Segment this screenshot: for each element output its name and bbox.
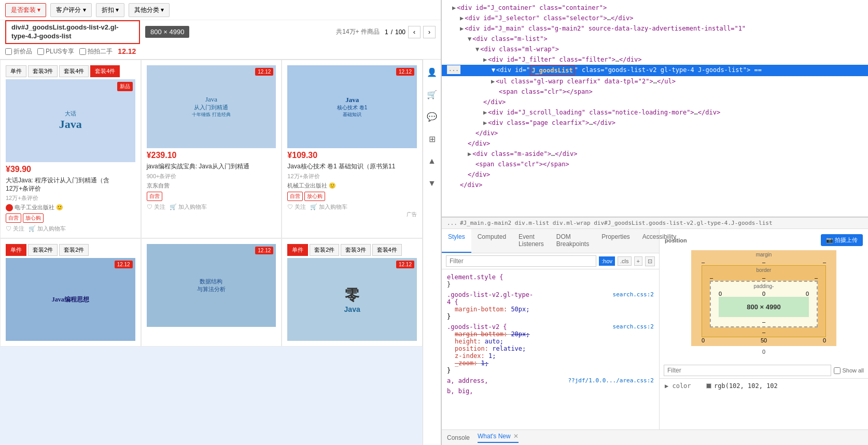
tab-dom-breakpoints[interactable]: DOM Breakpoints	[550, 229, 595, 253]
prod-tab-single-6[interactable]: 单件	[287, 244, 308, 256]
product-image-5: 数据结构 与算法分析 12.12	[147, 244, 276, 327]
arrow-1[interactable]: ▶	[460, 13, 464, 23]
user-icon[interactable]: 👤	[425, 65, 439, 79]
card-tabs-4: 单件 套装2件 套装2件	[6, 244, 135, 256]
prod-tab-2a-4[interactable]: 套装2件	[28, 244, 58, 256]
html-line-0: ▶ <div id="J_container" class="container…	[442, 3, 868, 13]
arrow-14[interactable]: ▶	[468, 149, 471, 159]
action-favorite-1[interactable]: ♡ 关注	[6, 225, 24, 233]
arrow-6[interactable]: ▼	[492, 65, 495, 75]
padding-box: padding- 0 0 0 800 × 4990	[710, 281, 818, 327]
prod-tab-4a-1[interactable]: 套装4件	[59, 65, 89, 77]
computed-filter-bar: Show all	[660, 363, 868, 379]
action-cart-2[interactable]: 🛒 加入购物车	[170, 203, 207, 211]
filter-btn-3[interactable]: 其他分类 ▾	[129, 3, 170, 17]
filter-btn-1[interactable]: 客户评分 ▾	[50, 3, 91, 17]
html-line-6[interactable]: ... ▼ <div id="J_goodsList" class="goods…	[442, 65, 868, 76]
cart-icon[interactable]: 🛒	[425, 87, 439, 102]
page-current: 1	[385, 28, 388, 36]
tab-computed[interactable]: Computed	[471, 229, 512, 253]
product-image-1: 大话 Java 新品	[6, 79, 135, 162]
hov-filter[interactable]: :hov	[599, 256, 615, 266]
computed-filter-input[interactable]	[664, 365, 831, 376]
tag-ml-wrap: <div class="ml-wrap">	[480, 45, 559, 54]
devtools-console-bar: Console What's New ✕	[442, 429, 868, 445]
action-favorite-3[interactable]: ♡ 关注	[287, 203, 306, 211]
prod-tab-4-6[interactable]: 套装4件	[372, 244, 402, 256]
show-all-label[interactable]: Show all	[834, 367, 864, 374]
page-separator: /	[391, 28, 393, 36]
plus-checkbox[interactable]	[37, 48, 44, 55]
action-cart-1[interactable]: 🛒 加入购物车	[29, 225, 66, 233]
upload-button[interactable]: 📷 拍摄上传	[821, 234, 863, 246]
border-bottom-row: –	[710, 327, 818, 337]
css-source-3[interactable]: ??jdf/1.0.0.../area.css:2	[568, 377, 654, 384]
next-page-button[interactable]: ›	[423, 26, 436, 38]
product-price-1: ¥39.90	[6, 165, 135, 174]
arrow-10[interactable]: ▶	[483, 108, 487, 117]
tab-event-listeners[interactable]: Event Listeners	[512, 229, 550, 253]
close-tab-btn[interactable]: ✕	[513, 433, 519, 440]
padding-left-val: 0	[719, 291, 722, 297]
ellipsis-10: …	[694, 108, 698, 117]
css-source-2[interactable]: search.css:2	[613, 323, 654, 330]
tab-styles[interactable]: Styles	[442, 229, 471, 253]
whats-new-tab[interactable]: What's New ✕	[478, 433, 519, 443]
styles-filter-input[interactable]	[446, 255, 596, 267]
dots-button[interactable]: ...	[447, 65, 460, 74]
show-all-checkbox[interactable]	[834, 367, 841, 374]
filter-btn-0[interactable]: 是否套装 ▾	[5, 3, 46, 17]
prod-tab-single-4[interactable]: 单件	[6, 244, 26, 256]
css-rule-4: b, big,	[442, 386, 659, 396]
arrow-11[interactable]: ▶	[483, 118, 487, 127]
prod-tab-2-6[interactable]: 套装2件	[310, 244, 339, 256]
arrow-5[interactable]: ▶	[483, 55, 487, 64]
arrow-0[interactable]: ▶	[452, 3, 456, 12]
second-hand-checkbox[interactable]	[79, 48, 86, 55]
product-image-4: Java编程思想 12.12	[6, 258, 135, 341]
css-source-1[interactable]: search.css:2	[613, 291, 654, 298]
tab-properties[interactable]: Properties	[595, 229, 636, 253]
up-icon[interactable]: ▲	[425, 154, 439, 168]
prod-tab-4b-1[interactable]: 套装4件	[90, 65, 120, 77]
new-products-filter[interactable]: 折价品	[5, 47, 32, 56]
element-selector-bar: div#J_goodsList.goods-list-v2.gl-type-4.…	[0, 20, 441, 44]
css-selector-4: b, big,	[447, 387, 473, 395]
css-close-1: }	[447, 313, 654, 320]
products-area: 单件 套装3件 套装4件 套装4件 大话 Java 新品 ¥39.90 大话Ja…	[0, 60, 423, 445]
box-model-header: position 📷 拍摄上传	[665, 234, 863, 246]
prod-tab-single-1[interactable]: 单件	[6, 65, 26, 77]
grid-icon[interactable]: ⊞	[425, 132, 439, 146]
arrow-3[interactable]: ▼	[468, 34, 471, 44]
arrow-2[interactable]: ▶	[460, 24, 464, 33]
action-cart-3[interactable]: 🛒 加入购物车	[310, 203, 347, 211]
prev-page-button[interactable]: ‹	[408, 26, 421, 38]
html-line-12: </div>	[442, 128, 868, 138]
breadcrumb-dots[interactable]: ...	[447, 220, 457, 226]
cls-filter[interactable]: .cls	[618, 256, 632, 266]
console-tab[interactable]: Console	[447, 434, 470, 441]
plus-filter-btn[interactable]: +	[634, 256, 642, 266]
plus-label: PLUS专享	[46, 47, 74, 56]
arrow-7[interactable]: ▶	[491, 77, 495, 86]
prod-tab-3-1[interactable]: 套装3件	[28, 65, 58, 77]
tag-span-clr: <span class="clr"></span>	[499, 87, 593, 96]
breadcrumb-text: #J_main.g-main2 div.m-list div.ml-wrap d…	[460, 220, 773, 226]
new-products-checkbox[interactable]	[5, 48, 12, 55]
arrow-4[interactable]: ▼	[475, 45, 479, 54]
prod-tab-3-6[interactable]: 套装3件	[341, 244, 370, 256]
toggle-filter[interactable]: ⊡	[645, 256, 655, 266]
action-favorite-2[interactable]: ♡ 关注	[147, 203, 165, 211]
ad-label-3: 广告	[287, 211, 417, 218]
prod-tab-2b-4[interactable]: 套装2件	[59, 244, 89, 256]
product-price-2: ¥239.10	[147, 151, 276, 160]
filter-btn-2[interactable]: 折扣 ▾	[96, 3, 124, 17]
second-hand-filter[interactable]: 拍拍二手	[79, 47, 113, 56]
plus-filter[interactable]: PLUS专享	[37, 47, 74, 56]
tag-J-main: <div id="J_main" class="g-main2" source-…	[465, 24, 746, 33]
ellipsis-11: …	[589, 118, 593, 127]
down-icon[interactable]: ▼	[425, 176, 439, 191]
chat-icon[interactable]: 💬	[425, 109, 439, 124]
css-rule-element: element.style { }	[442, 272, 659, 290]
tag-J-container: <div id="J_container" class="container">	[457, 3, 607, 12]
